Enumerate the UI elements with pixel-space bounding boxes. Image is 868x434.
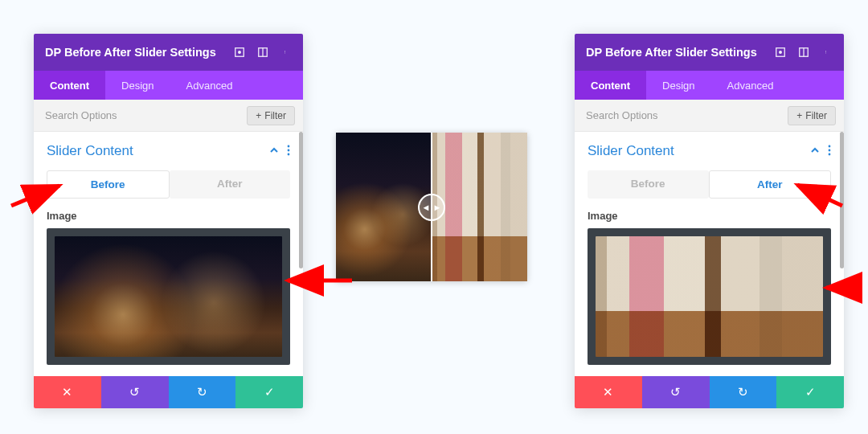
search-input[interactable]: Search Options [583,109,788,121]
undo-icon: ↺ [670,385,681,399]
svg-point-14 [825,51,826,51]
filter-label: Filter [805,110,827,121]
tab-design[interactable]: Design [105,71,170,100]
section-header[interactable]: Slider Content [588,143,831,159]
titlebar-actions [774,47,833,59]
section-header-actions [269,145,290,158]
settings-panel-after: DP Before After Slider Settings Content … [575,34,844,408]
svg-point-16 [825,53,826,54]
tab-content[interactable]: Content [34,71,105,100]
svg-point-15 [825,51,826,52]
svg-point-18 [829,149,831,151]
section-slider-content: Slider Content Before After Image [575,132,844,371]
svg-point-4 [285,51,285,51]
redo-button[interactable]: ↻ [710,376,777,408]
more-icon[interactable] [821,47,833,59]
section-header-actions [810,145,831,158]
save-button[interactable]: ✓ [776,376,844,408]
search-row: Search Options + Filter [575,100,844,132]
subtab-before[interactable]: Before [47,170,170,199]
titlebar: DP Before After Slider Settings [575,34,844,71]
slider-handle[interactable]: ◄ ► [418,194,445,221]
svg-point-1 [238,51,240,54]
svg-point-11 [779,51,781,54]
panel-title: DP Before After Slider Settings [586,46,774,59]
plus-icon: + [256,110,261,121]
section-header[interactable]: Slider Content [47,143,290,159]
cancel-button[interactable]: ✕ [575,376,642,408]
slider-preview[interactable]: ◄ ► [336,133,527,281]
tab-advanced[interactable]: Advanced [711,71,790,100]
image-field-label: Image [47,210,290,222]
close-icon: ✕ [62,385,72,399]
svg-point-17 [829,145,831,147]
image-upload-area[interactable] [47,228,290,365]
redo-button[interactable]: ↻ [169,376,236,408]
undo-button[interactable]: ↺ [642,376,710,408]
svg-point-19 [829,153,831,155]
undo-button[interactable]: ↺ [101,376,169,408]
preview-after-half [432,133,527,281]
more-icon[interactable] [280,47,292,59]
chevron-up-icon[interactable] [269,145,279,158]
plus-icon: + [796,110,802,121]
filter-label: Filter [264,110,286,121]
subtab-after[interactable]: After [170,170,291,199]
section-slider-content: Slider Content Before After Image [34,132,303,371]
subtab-after[interactable]: After [709,170,832,199]
filter-button[interactable]: + Filter [247,106,295,125]
svg-point-7 [288,145,290,147]
close-icon: ✕ [603,385,613,399]
check-icon: ✓ [805,385,816,399]
scrollbar[interactable] [840,132,844,268]
before-after-tabs: Before After [588,170,831,199]
search-input[interactable]: Search Options [42,109,247,121]
arrow-right-icon: ► [433,203,442,212]
expand-icon[interactable] [774,47,786,59]
after-image-preview [596,236,823,357]
arrow-left-icon: ◄ [422,203,431,212]
tab-content[interactable]: Content [575,71,646,100]
svg-point-9 [288,153,290,155]
svg-point-5 [285,51,285,52]
undo-icon: ↺ [129,385,140,399]
filter-button[interactable]: + Filter [788,106,836,125]
panel-footer: ✕ ↺ ↻ ✓ [575,376,844,408]
panel-title: DP Before After Slider Settings [45,46,233,59]
image-upload-area[interactable] [588,228,831,365]
redo-icon: ↻ [197,385,207,399]
cancel-button[interactable]: ✕ [34,376,101,408]
save-button[interactable]: ✓ [235,376,303,408]
panel-footer: ✕ ↺ ↻ ✓ [34,376,303,408]
before-after-tabs: Before After [47,170,290,199]
columns-icon[interactable] [256,47,268,59]
before-image-preview [55,236,282,357]
search-row: Search Options + Filter [34,100,303,132]
more-vert-icon[interactable] [828,145,831,158]
main-tabs: Content Design Advanced [575,71,844,100]
columns-icon[interactable] [797,47,809,59]
chevron-up-icon[interactable] [810,145,820,158]
tab-advanced[interactable]: Advanced [170,71,249,100]
expand-icon[interactable] [233,47,245,59]
more-vert-icon[interactable] [287,145,290,158]
section-title: Slider Content [47,143,269,159]
scrollbar[interactable] [299,132,303,268]
titlebar: DP Before After Slider Settings [34,34,303,71]
redo-icon: ↻ [738,385,748,399]
tab-design[interactable]: Design [646,71,710,100]
settings-panel-before: DP Before After Slider Settings Content … [34,34,303,408]
svg-point-8 [288,149,290,151]
main-tabs: Content Design Advanced [34,71,303,100]
titlebar-actions [233,47,292,59]
image-field-label: Image [588,210,831,222]
subtab-before[interactable]: Before [588,170,709,199]
section-title: Slider Content [588,143,810,159]
check-icon: ✓ [264,385,275,399]
svg-point-6 [285,53,285,54]
